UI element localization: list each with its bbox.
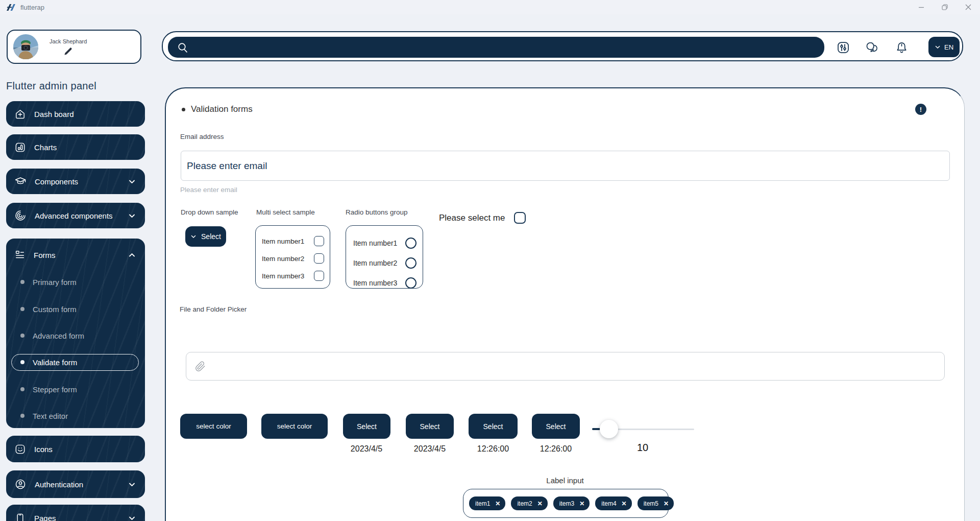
- search-input[interactable]: [168, 37, 824, 58]
- dropdown-select-button[interactable]: Select: [185, 226, 226, 247]
- sidebar-group-forms: Forms Primary form Custom form Advanced …: [6, 239, 145, 428]
- user-circle-icon: [14, 478, 27, 490]
- radio-item2[interactable]: [405, 257, 416, 269]
- topbar: EN: [162, 31, 963, 61]
- chip-item1[interactable]: item1 ✕: [469, 496, 505, 510]
- radio-option: Item number2: [353, 253, 416, 273]
- chip-close-icon[interactable]: ✕: [495, 501, 500, 507]
- sidebar-item-dashboard[interactable]: Dash board: [6, 101, 145, 127]
- notifications-bell-icon[interactable]: [893, 39, 910, 56]
- select-me-row: Please select me: [439, 212, 526, 224]
- sidebar-item-label: Charts: [34, 143, 137, 152]
- sidebar-item-label: Dash board: [34, 110, 137, 119]
- smiley-icon: [14, 443, 26, 455]
- time-picker-button-2[interactable]: Select: [532, 414, 580, 439]
- chip-close-icon[interactable]: ✕: [579, 501, 584, 507]
- multiselect-box: Item number1 Item number2 Item number3: [255, 225, 330, 289]
- chip-item5[interactable]: item5 ✕: [638, 496, 674, 510]
- profile-card: Jack Shephard: [7, 30, 141, 64]
- time-picker-button-1[interactable]: Select: [469, 414, 518, 439]
- app-logo-icon: [5, 4, 16, 11]
- date-value-1: 2023/4/5: [338, 444, 395, 454]
- chip-item2[interactable]: item2 ✕: [511, 496, 547, 510]
- chevron-down-icon: [128, 481, 136, 488]
- email-field[interactable]: [181, 151, 950, 181]
- bullet-icon: [20, 307, 24, 311]
- color-picker-button-2[interactable]: select color: [261, 414, 328, 439]
- checkbox-item3[interactable]: [314, 271, 324, 281]
- chip-item4[interactable]: item4 ✕: [595, 496, 631, 510]
- slider-value: 10: [617, 442, 668, 454]
- chip-close-icon[interactable]: ✕: [664, 501, 669, 507]
- chevron-down-icon: [935, 44, 941, 50]
- sidebar-item-label: Components: [35, 177, 128, 186]
- sidebar-item-validate-form[interactable]: Validate form: [6, 354, 145, 370]
- checkbox-item1[interactable]: [314, 236, 324, 246]
- radiogroup-label: Radio buttons group: [346, 208, 408, 216]
- checkbox-item2[interactable]: [314, 253, 324, 264]
- radio-option: Item number1: [353, 233, 416, 253]
- radio-group-box: Item number1 Item number2 Item number3: [346, 225, 423, 289]
- sidebar-item-forms[interactable]: Forms: [6, 244, 145, 266]
- search-icon: [176, 41, 189, 54]
- select-me-checkbox[interactable]: [514, 212, 526, 224]
- chip-close-icon[interactable]: ✕: [622, 501, 627, 507]
- radio-item1[interactable]: [405, 238, 416, 249]
- time-value-2: 12:26:00: [528, 444, 584, 454]
- multiselect-option: Item number2: [262, 250, 324, 267]
- forms-icon: [14, 249, 26, 260]
- slider-thumb[interactable]: [600, 420, 618, 438]
- radio-option: Item number3: [353, 273, 416, 289]
- sidebar-item-label: Icons: [34, 445, 137, 454]
- email-label: Email address: [180, 133, 224, 140]
- multiselect-option: Item number3: [262, 267, 324, 285]
- bullet-icon: [182, 108, 185, 111]
- messages-icon[interactable]: [864, 39, 881, 56]
- spiral-icon: [14, 209, 27, 222]
- sidebar-item-pages[interactable]: Pages: [6, 505, 145, 521]
- profile-name: Jack Shephard: [50, 38, 87, 44]
- info-alert-icon[interactable]: !: [915, 104, 926, 115]
- label-input-box[interactable]: item1 ✕ item2 ✕ item3 ✕ item4 ✕ item5 ✕: [463, 489, 669, 518]
- bullet-icon: [20, 280, 24, 284]
- radio-item3[interactable]: [405, 277, 416, 289]
- bullet-icon: [20, 360, 24, 364]
- slider[interactable]: [592, 420, 694, 438]
- sidebar-item-text-editor[interactable]: Text editor: [6, 408, 145, 423]
- sidebar-item-charts[interactable]: Charts: [6, 134, 145, 160]
- sidebar-item-components[interactable]: Components: [6, 169, 145, 194]
- sidebar-item-label: Authentication: [35, 480, 128, 489]
- time-value-1: 12:26:00: [465, 444, 521, 454]
- chevron-down-icon: [128, 514, 136, 521]
- sidebar-item-primary-form[interactable]: Primary form: [6, 274, 145, 290]
- sidebar-item-icons[interactable]: Icons: [6, 436, 145, 462]
- chevron-down-icon: [128, 178, 136, 185]
- sidebar-item-advanced-form[interactable]: Advanced form: [6, 328, 145, 343]
- sidebar-heading: Flutter admin panel: [6, 80, 96, 92]
- color-picker-button-1[interactable]: select color: [180, 414, 247, 439]
- sidebar-item-label: Pages: [34, 514, 128, 521]
- sidebar-item-advanced-components[interactable]: Advanced components: [6, 203, 145, 228]
- edit-profile-icon[interactable]: [64, 47, 72, 56]
- date-value-2: 2023/4/5: [402, 444, 458, 454]
- language-selector[interactable]: EN: [928, 37, 960, 57]
- charts-icon: [14, 141, 26, 153]
- app-title: flutterap: [20, 4, 44, 11]
- date-picker-button-2[interactable]: Select: [406, 414, 454, 439]
- file-picker-input[interactable]: [186, 352, 945, 381]
- app-window: flutterap: [0, 0, 980, 521]
- sidebar-item-authentication[interactable]: Authentication: [6, 470, 145, 498]
- restore-button[interactable]: [933, 0, 957, 14]
- chevron-down-icon: [190, 233, 197, 240]
- date-picker-button-1[interactable]: Select: [343, 414, 390, 439]
- sidebar-item-custom-form[interactable]: Custom form: [6, 301, 145, 317]
- settings-sliders-icon[interactable]: [835, 39, 852, 56]
- multiselect-option: Item number1: [262, 232, 324, 250]
- avatar: [13, 34, 38, 59]
- minimize-button[interactable]: [910, 0, 933, 14]
- chip-item3[interactable]: item3 ✕: [553, 496, 590, 510]
- chip-close-icon[interactable]: ✕: [537, 501, 543, 507]
- sidebar-item-stepper-form[interactable]: Stepper form: [6, 382, 145, 397]
- email-helper-text: Please enter email: [180, 186, 237, 194]
- close-button[interactable]: [957, 0, 980, 14]
